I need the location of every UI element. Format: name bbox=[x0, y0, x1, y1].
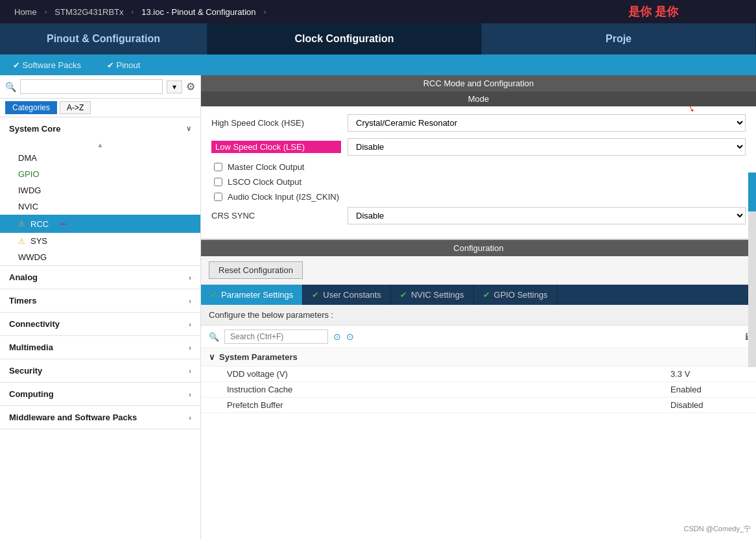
gear-icon[interactable]: ⚙ bbox=[186, 80, 195, 93]
param-search-icon: 🔍 bbox=[209, 332, 219, 342]
analog-header[interactable]: Analog › bbox=[0, 266, 200, 289]
tab-pinout-config[interactable]: Pinout & Configuration bbox=[0, 23, 207, 54]
param-nav-prev[interactable]: ⊙ bbox=[333, 331, 341, 342]
master-clock-checkbox[interactable] bbox=[214, 163, 222, 171]
sidebar-section-security: Security › bbox=[0, 359, 200, 383]
system-params-chevron: ∨ bbox=[209, 352, 215, 362]
param-check-icon: ✔ bbox=[210, 290, 217, 300]
middleware-chevron: › bbox=[189, 414, 191, 422]
param-search-input[interactable] bbox=[224, 329, 328, 344]
sidebar-item-nvic[interactable]: NVIC bbox=[0, 198, 200, 215]
system-params-label: System Parameters bbox=[219, 352, 298, 362]
param-search-row: 🔍 ⊙ ⊙ ℹ bbox=[201, 326, 756, 348]
sidebar-item-iwdg[interactable]: IWDG bbox=[0, 182, 200, 198]
scrollbar-track[interactable] bbox=[748, 173, 756, 367]
sub-tab-software-packs[interactable]: ✔ Software Packs bbox=[13, 60, 81, 70]
config-section: Configuration Reset Configuration ✔ Para… bbox=[201, 240, 756, 539]
param-nav-next[interactable]: ⊙ bbox=[346, 331, 354, 342]
tab-project[interactable]: Proje bbox=[482, 23, 756, 54]
reset-config-btn[interactable]: Reset Configuration bbox=[209, 261, 303, 279]
config-content: Configure the below parameters : 🔍 ⊙ ⊙ ℹ… bbox=[201, 305, 756, 539]
system-core-header[interactable]: System Core ∨ bbox=[0, 117, 200, 140]
gpio-label: GPIO bbox=[18, 169, 40, 179]
param-tab-label: Parameter Settings bbox=[221, 290, 293, 300]
gpio-tab-label: GPIO Settings bbox=[494, 290, 548, 300]
sidebar-item-wwdg[interactable]: WWDG bbox=[0, 249, 200, 265]
nav-home[interactable]: Home bbox=[8, 0, 43, 23]
crs-sync-label: CRS SYNC bbox=[211, 211, 341, 221]
wwdg-label: WWDG bbox=[18, 252, 47, 262]
icache-value: Enabled bbox=[670, 385, 748, 394]
prefetch-value: Disabled bbox=[670, 400, 748, 410]
sidebar-section-computing: Computing › bbox=[0, 383, 200, 406]
system-core-label: System Core bbox=[9, 124, 60, 134]
security-label: Security bbox=[9, 366, 42, 376]
sidebar-search-row: 🔍 ▾ ⚙ bbox=[0, 75, 200, 99]
mode-subsection-title: Mode bbox=[201, 91, 756, 106]
hse-select[interactable]: Disable BYPASS Clock Source Crystal/Cera… bbox=[348, 114, 746, 132]
computing-header[interactable]: Computing › bbox=[0, 383, 200, 405]
scroll-up-indicator: ▲ bbox=[0, 140, 200, 150]
multimedia-header[interactable]: Multimedia › bbox=[0, 336, 200, 359]
timers-label: Timers bbox=[9, 296, 36, 305]
tab-clock-config[interactable]: Clock Configuration bbox=[207, 23, 482, 54]
system-core-body: ▲ DMA GPIO IWDG NVIC RCC ← bbox=[0, 140, 200, 265]
timers-header[interactable]: Timers › bbox=[0, 289, 200, 312]
sidebar-item-rcc[interactable]: RCC ← bbox=[0, 215, 200, 233]
config-tab-user-constants[interactable]: ✔ User Constants bbox=[303, 285, 391, 305]
param-row-prefetch: Prefetch Buffer Disabled bbox=[201, 398, 756, 413]
config-tab-nvic[interactable]: ✔ NVIC Settings bbox=[391, 285, 474, 305]
sidebar-tab-az[interactable]: A->Z bbox=[60, 101, 91, 114]
user-tab-label: User Constants bbox=[323, 290, 381, 300]
nvic-tab-label: NVIC Settings bbox=[411, 290, 464, 300]
timers-chevron: › bbox=[189, 297, 191, 305]
main-layout: 🔍 ▾ ⚙ Categories A->Z System Core ∨ ▲ DM… bbox=[0, 75, 756, 539]
config-tab-gpio[interactable]: ✔ GPIO Settings bbox=[474, 285, 558, 305]
mode-content: High Speed Clock (HSE) Disable BYPASS Cl… bbox=[201, 106, 756, 239]
multimedia-chevron: › bbox=[189, 344, 191, 352]
config-tabs: ✔ Parameter Settings ✔ User Constants ✔ … bbox=[201, 285, 756, 305]
multimedia-label: Multimedia bbox=[9, 342, 53, 352]
icache-name: Instruction Cache bbox=[227, 385, 670, 394]
search-dropdown-btn[interactable]: ▾ bbox=[167, 80, 182, 93]
user-check-icon: ✔ bbox=[312, 290, 319, 300]
lsco-label: LSCO Clock Output bbox=[228, 177, 301, 187]
sidebar-tab-categories[interactable]: Categories bbox=[5, 101, 57, 114]
scrollbar-thumb[interactable] bbox=[748, 173, 756, 211]
lse-select[interactable]: Disable BYPASS Clock Source Crystal/Cera… bbox=[348, 138, 746, 156]
nav-chip[interactable]: STM32G431RBTx bbox=[48, 0, 130, 23]
top-nav: Home › STM32G431RBTx › 13.ioc - Pinout &… bbox=[0, 0, 756, 23]
crs-sync-select[interactable]: Disable bbox=[348, 207, 746, 224]
audio-clock-checkbox[interactable] bbox=[214, 193, 222, 201]
hse-select-wrapper: Disable BYPASS Clock Source Crystal/Cera… bbox=[348, 114, 746, 132]
config-title: Configuration bbox=[201, 240, 756, 256]
sidebar-section-connectivity: Connectivity › bbox=[0, 313, 200, 336]
rcc-arrow-annotation: ← bbox=[59, 218, 69, 230]
param-row-icache: Instruction Cache Enabled bbox=[201, 382, 756, 398]
sidebar-item-gpio[interactable]: GPIO bbox=[0, 166, 200, 182]
connectivity-header[interactable]: Connectivity › bbox=[0, 313, 200, 335]
sidebar-section-analog: Analog › bbox=[0, 266, 200, 289]
security-header[interactable]: Security › bbox=[0, 359, 200, 382]
iwdg-label: IWDG bbox=[18, 186, 41, 195]
system-params-header: ∨ System Parameters bbox=[201, 348, 756, 366]
hse-row: High Speed Clock (HSE) Disable BYPASS Cl… bbox=[211, 114, 746, 132]
sub-tab-pinout[interactable]: ✔ Pinout bbox=[107, 60, 140, 70]
search-input[interactable] bbox=[20, 79, 163, 94]
master-clock-label: Master Clock Output bbox=[228, 162, 305, 172]
sidebar-item-sys[interactable]: SYS bbox=[0, 233, 200, 249]
config-tab-parameter[interactable]: ✔ Parameter Settings bbox=[201, 285, 303, 305]
hse-label: High Speed Clock (HSE) bbox=[211, 118, 341, 128]
chinese-annotation: 是你 是你 bbox=[628, 4, 678, 19]
middleware-header[interactable]: Middleware and Software Packs › bbox=[0, 406, 200, 429]
nav-chevron-1: › bbox=[45, 8, 47, 16]
connectivity-label: Connectivity bbox=[9, 319, 60, 329]
main-tab-bar: Pinout & Configuration Clock Configurati… bbox=[0, 23, 756, 54]
lsco-checkbox[interactable] bbox=[214, 178, 222, 186]
system-core-chevron: ∨ bbox=[186, 125, 191, 133]
nav-chevron-2: › bbox=[132, 8, 134, 16]
analog-chevron: › bbox=[189, 274, 191, 281]
sidebar-item-dma[interactable]: DMA bbox=[0, 150, 200, 166]
audio-clock-row: Audio Clock Input (I2S_CKIN) bbox=[211, 192, 746, 202]
nav-file[interactable]: 13.ioc - Pinout & Configuration bbox=[135, 0, 262, 23]
